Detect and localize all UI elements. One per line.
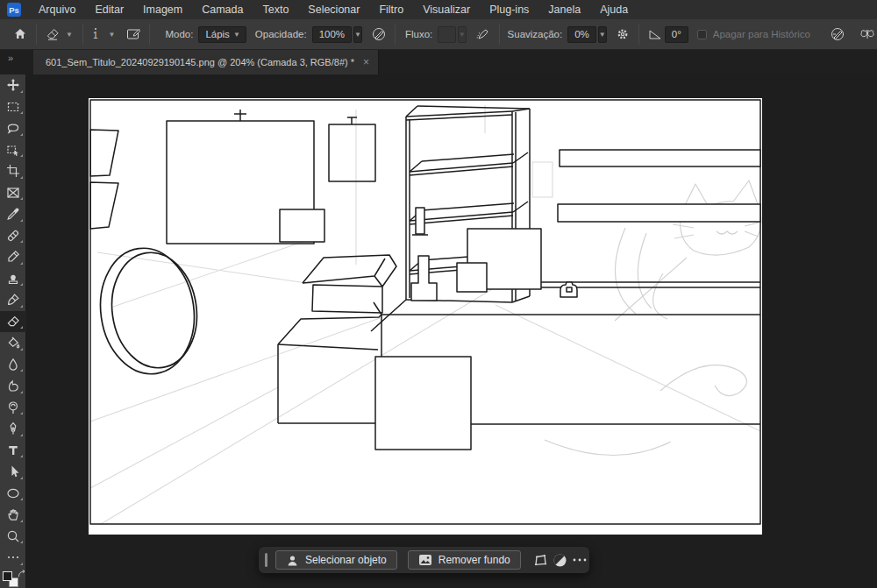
document-tab-title: 601_Sem_Titulo_20240929190145.png @ 204%… xyxy=(46,57,354,67)
gradient-tool[interactable] xyxy=(0,332,26,354)
eraser-preset-icon[interactable] xyxy=(43,25,62,44)
separator xyxy=(395,24,396,45)
spot-healing-brush-tool[interactable] xyxy=(0,225,26,247)
smudge-tool[interactable] xyxy=(0,375,26,397)
close-tab-icon[interactable]: × xyxy=(363,56,369,68)
tool-list xyxy=(0,74,25,569)
taskbar-drag-handle[interactable] xyxy=(265,553,267,567)
swap-colors-icon[interactable] xyxy=(18,570,26,578)
brush-panel-toggle-icon[interactable] xyxy=(124,25,143,44)
chevron-down-icon[interactable]: ▼ xyxy=(62,31,76,39)
hand-icon xyxy=(6,507,20,521)
blur-tool[interactable] xyxy=(0,354,26,376)
gear-icon[interactable] xyxy=(613,25,632,44)
smudge-icon xyxy=(6,379,20,393)
move-icon xyxy=(6,78,20,92)
contextual-taskbar: Selecionar objeto Remover fundo xyxy=(259,547,589,573)
mode-dropdown[interactable]: Lápis ▼ xyxy=(198,26,246,43)
type-icon xyxy=(6,443,20,457)
hand-tool[interactable] xyxy=(0,504,26,526)
pen-tool[interactable] xyxy=(0,418,26,440)
object-selection-tool[interactable] xyxy=(0,139,26,161)
crop-tool[interactable] xyxy=(0,160,26,182)
rectangular-marquee-tool[interactable] xyxy=(0,96,26,118)
menu-item-filtro[interactable]: Filtro xyxy=(369,0,413,19)
menu-item-plugins[interactable]: Plug-ins xyxy=(480,0,538,19)
lasso-icon xyxy=(6,121,20,135)
transform-icon[interactable] xyxy=(531,550,551,570)
history-brush-icon xyxy=(6,293,20,307)
menu-item-texto[interactable]: Texto xyxy=(253,0,298,19)
brush-settings-widget[interactable]: 1 ▼ xyxy=(93,28,118,40)
chevron-down-icon: ▼ xyxy=(230,31,244,39)
mode-value: Lápis xyxy=(205,29,230,39)
adjustments-contrast-icon[interactable] xyxy=(551,550,570,570)
lasso-tool[interactable] xyxy=(0,117,26,139)
collapse-panels-chevrons[interactable]: » xyxy=(8,53,14,63)
brush-tool[interactable] xyxy=(0,246,26,268)
brush-tip-dot xyxy=(95,28,96,30)
menu-item-arquivo[interactable]: Arquivo xyxy=(29,0,85,19)
image-icon xyxy=(418,554,432,566)
spot-healing-brush-icon xyxy=(6,229,20,243)
smoothing-dropdown-button[interactable]: ▼ xyxy=(598,26,607,43)
person-icon xyxy=(286,554,299,567)
color-swatches[interactable] xyxy=(0,570,26,588)
angle-icon xyxy=(645,25,665,44)
remove-background-button[interactable]: Remover fundo xyxy=(408,550,521,570)
path-selection-icon xyxy=(6,464,20,478)
menu-item-janela[interactable]: Janela xyxy=(538,0,590,19)
path-selection-tool[interactable] xyxy=(0,461,26,483)
smoothing-value: 0% xyxy=(574,29,589,39)
document-canvas[interactable] xyxy=(89,98,762,535)
separator xyxy=(82,24,83,45)
gradient-icon xyxy=(6,336,20,350)
object-selection-icon xyxy=(6,143,20,157)
smoothing-label: Suavização: xyxy=(508,29,563,39)
menu-items: ArquivoEditarImagemCamadaTextoSelecionar… xyxy=(29,0,638,19)
chevron-down-icon[interactable]: ▼ xyxy=(104,31,118,39)
menu-item-camada[interactable]: Camada xyxy=(192,0,253,19)
line-art-sketch xyxy=(89,98,762,535)
airbrush-icon[interactable] xyxy=(474,25,493,44)
menu-item-editar[interactable]: Editar xyxy=(85,0,133,19)
foreground-color-swatch[interactable] xyxy=(3,571,12,581)
eraser-icon xyxy=(6,315,20,329)
eraser-tool[interactable] xyxy=(0,311,26,333)
zoom-tool[interactable] xyxy=(0,526,26,548)
dodge-tool[interactable] xyxy=(0,397,26,419)
edit-toolbar-tool[interactable] xyxy=(0,547,26,569)
menu-item-selecionar[interactable]: Selecionar xyxy=(298,0,369,19)
eyedropper-icon xyxy=(6,207,20,221)
frame-tool[interactable] xyxy=(0,182,26,204)
flow-dropdown-disabled: ▼ xyxy=(458,26,467,43)
document-tab[interactable]: 601_Sem_Titulo_20240929190145.png @ 204%… xyxy=(33,50,379,74)
frame-icon xyxy=(6,186,20,200)
menu-item-ajuda[interactable]: Ajuda xyxy=(590,0,638,19)
opacity-dropdown-button[interactable]: ▼ xyxy=(353,26,362,43)
shape-icon xyxy=(6,486,20,500)
clone-stamp-tool[interactable] xyxy=(0,268,26,290)
crop-icon xyxy=(6,164,20,178)
mode-label: Modo: xyxy=(165,29,193,39)
eyedropper-tool[interactable] xyxy=(0,203,26,225)
select-subject-button[interactable]: Selecionar objeto xyxy=(275,550,397,570)
angle-field[interactable]: 0° xyxy=(665,26,688,43)
move-tool[interactable] xyxy=(0,74,26,96)
tools-panel xyxy=(0,74,26,588)
shape-tool[interactable] xyxy=(0,483,26,505)
remove-background-label: Remover fundo xyxy=(438,554,510,566)
history-brush-tool[interactable] xyxy=(0,289,26,311)
more-options-icon[interactable] xyxy=(570,550,589,570)
menu-item-visualizar[interactable]: Visualizar xyxy=(413,0,480,19)
opacity-field[interactable]: 100% xyxy=(312,26,352,43)
angle-value: 0° xyxy=(672,29,681,39)
type-tool[interactable] xyxy=(0,440,26,462)
symmetry-butterfly-icon[interactable] xyxy=(858,25,877,44)
menu-item-imagem[interactable]: Imagem xyxy=(133,0,192,19)
home-icon[interactable] xyxy=(11,25,30,44)
erase-history-checkbox xyxy=(697,30,707,39)
smoothing-field[interactable]: 0% xyxy=(567,26,596,43)
pressure-size-icon[interactable] xyxy=(828,25,847,44)
pressure-opacity-icon[interactable] xyxy=(369,25,389,44)
